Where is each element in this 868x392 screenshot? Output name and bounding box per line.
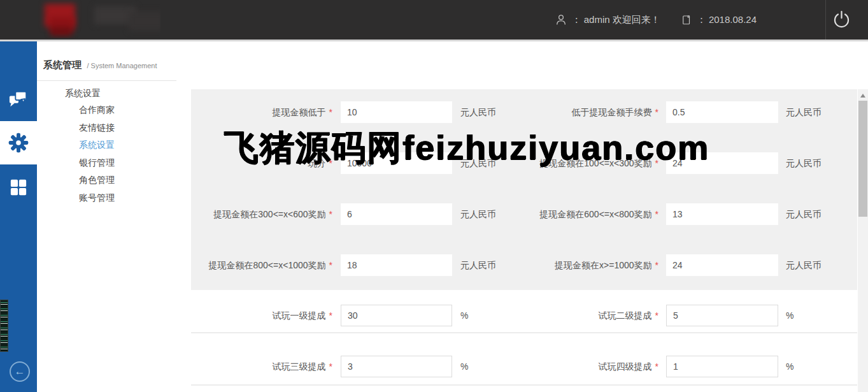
sidebar-item-system-settings[interactable]: 系统设置 [79,140,115,151]
sidebar-menu: 系统管理 / System Management 系统设置 合作商家 友情链接 … [37,41,176,392]
input-withdraw-min[interactable] [341,101,452,123]
user-status: ： admin 欢迎回来！ [555,13,660,26]
rail-item-apps[interactable] [0,170,37,205]
screen-artifact [0,300,8,352]
calendar-icon [681,13,692,26]
app-logo [33,0,160,38]
page-title: 系统管理 [43,59,82,70]
sidebar-item-accounts[interactable]: 账号管理 [79,192,115,204]
chat-bubbles-icon [8,90,29,109]
suffix-currency: 元人民币 [786,254,822,276]
sidebar-divider [37,80,176,81]
topbar: ： admin 欢迎回来！ ： 2018.08.24 [0,0,868,40]
label-trial-level1-commission: 试玩一级提成* [191,305,332,326]
sidebar-item-partners[interactable]: 合作商家 [79,105,115,116]
page-subtitle: / System Management [87,62,157,69]
power-icon [831,10,852,31]
suffix-percent: % [786,305,793,326]
suffix-currency: 元人民币 [786,152,822,174]
input-reward-300-600[interactable] [341,203,452,225]
label-withdraw-min: 提现金额低于* [191,101,332,123]
logout-power-button[interactable] [830,8,853,31]
topbar-divider [825,0,826,40]
input-reward-over-1000[interactable] [666,254,778,276]
rail-item-settings-active[interactable] [0,121,37,164]
date-text: ： 2018.08.24 [697,14,757,26]
label-trial-level2-commission: 试玩二级提成* [446,305,658,326]
label-reward-300-600: 提现金额在300<=x<600奖励* [191,203,332,225]
topbar-bottom-line [0,40,868,41]
grid-icon [10,178,27,196]
user-icon [555,13,567,26]
label-trial-level3-commission: 试玩三级提成* [191,356,332,377]
icon-rail: ← [0,40,37,392]
input-trial-level2-commission[interactable] [666,305,778,326]
input-reward-800-1000[interactable] [341,254,452,276]
sidebar-item-banks[interactable]: 银行管理 [79,157,115,169]
label-reward-600-800: 提现金额在600<=x<800奖励* [446,203,658,225]
label-reward-over-1000: 提现金额在x>=1000奖励* [446,254,658,276]
label-low-withdraw-fee: 低于提现金额手续费* [446,101,658,123]
gear-icon [8,132,29,154]
input-low-withdraw-fee[interactable] [666,101,778,123]
suffix-percent: % [786,356,793,377]
row-separator [191,384,857,386]
collapse-back-button[interactable]: ← [10,361,30,382]
back-arrow-icon: ← [15,365,25,377]
sidebar-item-links[interactable]: 友情链接 [79,122,115,134]
breadcrumb: 系统管理 / System Management [43,59,157,71]
user-welcome-text: ： admin 欢迎回来！ [572,14,660,26]
rail-item-messages[interactable] [0,83,37,116]
input-trial-level1-commission[interactable] [341,305,452,326]
date-status: ： 2018.08.24 [681,13,757,26]
scroll-up-icon[interactable] [860,94,865,98]
suffix-currency: 元人民币 [786,203,822,225]
label-trial-level4-commission: 试玩四级提成* [446,356,658,377]
scrollbar-thumb[interactable] [858,101,867,217]
input-reward-600-800[interactable] [666,203,778,225]
topbar-status: ： admin 欢迎回来！ ： 2018.08.24 [555,0,757,40]
sidebar-item-roles[interactable]: 角色管理 [79,175,115,186]
watermark-text: 飞猪源码网feizhuziyuan.com [224,123,709,171]
input-trial-level3-commission[interactable] [341,356,452,377]
suffix-currency: 元人民币 [786,101,822,123]
row-separator [191,332,857,333]
sidebar-group-system-settings[interactable]: 系统设置 [65,88,101,99]
vertical-scrollbar[interactable] [858,89,868,392]
input-trial-level4-commission[interactable] [666,356,778,377]
label-reward-800-1000: 提现金额在800<=x<1000奖励* [191,254,332,276]
